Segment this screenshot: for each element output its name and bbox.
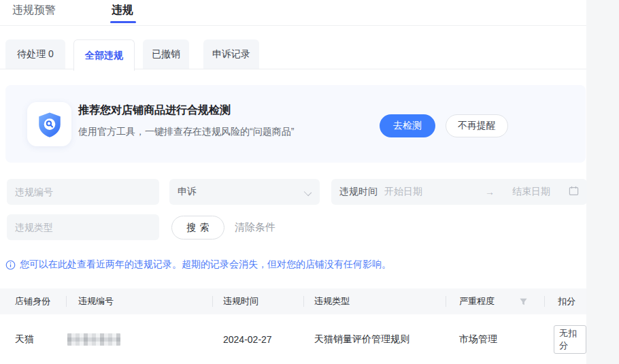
chevron-down-icon [305,188,312,195]
dismiss-button[interactable]: 不再提醒 [446,114,508,137]
cell-violation-type: 天猫销量评价管理规则 [314,314,409,364]
compliance-banner: 推荐您对店铺商品进行合规检测 使用官方工具，一键排查存在违规风险的“问题商品” … [5,85,586,163]
violation-type-input[interactable] [7,214,159,240]
appeal-select[interactable]: 申诉 [169,179,320,205]
divider [212,296,213,307]
active-tab-underline [110,21,136,23]
start-date-placeholder: 开始日期 [384,186,422,198]
calendar-icon [569,186,579,198]
divider [66,296,67,307]
notice-bar: 您可以在此处查看近两年的违规记录。超期的记录会消失，但对您的店铺没有任何影响。 [5,259,391,271]
violation-time-range-picker[interactable]: 违规时间 开始日期 → 结束日期 [331,179,587,205]
clear-conditions-link[interactable]: 清除条件 [235,221,275,234]
cell-score: 无扣分 [554,314,586,364]
subtab-appeal-records[interactable]: 申诉记录 [203,39,259,69]
divider [303,296,304,307]
col-violation-type: 违规类型 [314,288,350,314]
violation-no-input[interactable] [7,179,159,205]
tab-violation-warning[interactable]: 违规预警 [12,3,56,18]
arrow-right-icon: → [485,186,495,197]
end-date-placeholder: 结束日期 [512,186,550,198]
cell-shop-identity: 天猫 [15,314,34,364]
search-button[interactable]: 搜索 [171,216,224,239]
redacted-violation-no [67,314,120,364]
go-detect-button[interactable]: 去检测 [380,114,435,137]
banner-subtitle: 使用官方工具，一键排查存在违规风险的“问题商品” [78,126,294,138]
cell-severity: 市场管理 [459,314,497,364]
violation-time-label: 违规时间 [339,186,378,198]
col-violation-no: 违规编号 [78,288,114,314]
subtab-pending[interactable]: 待处理 0 [5,39,65,69]
notice-text: 您可以在此处查看近两年的违规记录。超期的记录会消失，但对您的店铺没有任何影响。 [20,259,391,271]
col-shop-identity: 店铺身份 [15,288,50,314]
divider [0,25,586,26]
cell-violation-time: 2024-02-27 [223,314,272,364]
tab-violation[interactable]: 违规 [112,3,133,18]
shield-search-icon [27,102,71,146]
col-score: 扣分 [558,288,575,314]
divider [446,296,446,307]
pixelated-redaction [67,333,120,346]
subtab-all-violations[interactable]: 全部违规 [73,39,135,71]
divider [544,296,545,307]
col-severity: 严重程度 [459,288,495,314]
filter-funnel-icon[interactable] [519,297,528,309]
subtab-revoked[interactable]: 已撤销 [143,39,189,69]
table-row[interactable]: 天猫 2024-02-27 天猫销量评价管理规则 市场管理 无扣分 [0,314,586,364]
main-panel: 违规预警 违规 待处理 0 全部违规 已撤销 申诉记录 推荐您对店铺商品进行合规 [0,0,586,364]
table-header: 店铺身份 违规编号 违规时间 违规类型 严重程度 扣分 [0,288,586,314]
info-icon [5,260,16,270]
col-violation-time: 违规时间 [223,288,258,314]
no-deduction-badge: 无扣分 [554,325,586,354]
banner-title: 推荐您对店铺商品进行合规检测 [78,103,231,118]
appeal-select-value: 申诉 [178,186,197,198]
